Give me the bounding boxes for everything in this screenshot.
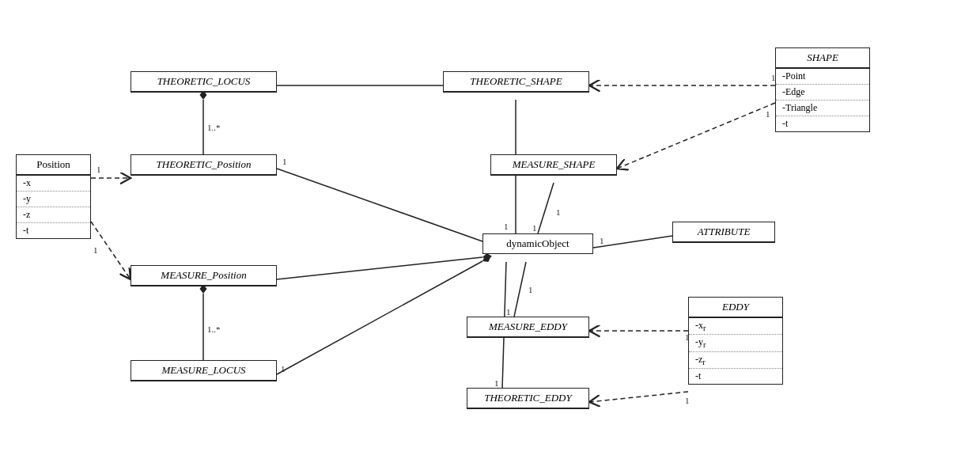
svg-line-8	[91, 222, 131, 279]
measure-position-label: MEASURE_Position	[131, 266, 276, 286]
eddy-label: EDDY	[689, 298, 782, 317]
theoretic-shape-label: THEORETIC_SHAPE	[444, 72, 588, 92]
position-attr-x: -x	[17, 176, 90, 192]
diagram-container: 1..* 1..* 1 1 1 1 1 1 1 1 1 1 1	[0, 0, 980, 459]
svg-text:1..*: 1..*	[207, 324, 221, 334]
shape-attr-point: -Point	[776, 69, 869, 85]
svg-text:1: 1	[281, 364, 286, 374]
svg-line-33	[277, 169, 482, 241]
svg-text:1: 1	[504, 222, 509, 231]
measure-locus-label: MEASURE_LOCUS	[131, 361, 276, 381]
svg-line-19	[514, 262, 526, 317]
svg-line-31	[617, 103, 775, 169]
attribute-box: ATTRIBUTE	[672, 222, 775, 243]
position-label: Position	[17, 155, 90, 175]
attribute-label: ATTRIBUTE	[673, 222, 774, 242]
svg-text:1: 1	[282, 157, 287, 166]
theoretic-locus-label: THEORETIC_LOCUS	[131, 72, 276, 92]
theoretic-eddy-label: THEORETIC_EDDY	[467, 389, 588, 408]
shape-attr-edge: -Edge	[776, 85, 869, 101]
svg-text:1: 1	[494, 378, 499, 388]
shape-label: SHAPE	[776, 48, 869, 68]
measure-eddy-label: MEASURE_EDDY	[467, 317, 588, 337]
dynamic-object-box: dynamicObject	[482, 233, 593, 254]
eddy-attr-zr: -zr	[689, 352, 782, 369]
svg-text:1: 1	[506, 307, 511, 317]
theoretic-locus-box: THEORETIC_LOCUS	[131, 71, 277, 93]
dynamic-object-label: dynamicObject	[483, 234, 592, 253]
position-attr-t: -t	[17, 223, 90, 238]
eddy-attr-yr: -yr	[689, 335, 782, 351]
measure-shape-label: MEASURE_SHAPE	[491, 155, 616, 175]
eddy-attr-t: -t	[689, 369, 782, 384]
position-attr-y: -y	[17, 192, 90, 207]
theoretic-shape-box: THEORETIC_SHAPE	[443, 71, 589, 93]
svg-line-36	[277, 261, 482, 374]
svg-text:1: 1	[96, 165, 101, 174]
svg-line-17	[593, 236, 672, 248]
svg-text:1: 1	[93, 245, 98, 255]
svg-text:1: 1	[528, 285, 533, 294]
theoretic-eddy-box: THEORETIC_EDDY	[467, 388, 589, 409]
theoretic-position-label: THEORETIC_Position	[131, 155, 276, 175]
measure-position-box: MEASURE_Position	[131, 265, 277, 286]
svg-text:1..*: 1..*	[207, 123, 221, 132]
measure-locus-box: MEASURE_LOCUS	[131, 360, 277, 381]
svg-text:1: 1	[556, 207, 561, 217]
measure-eddy-box: MEASURE_EDDY	[467, 317, 589, 338]
svg-line-35	[277, 257, 482, 279]
svg-text:1: 1	[685, 396, 690, 405]
shape-box: SHAPE -Point -Edge -Triangle -t	[775, 47, 870, 132]
shape-attr-triangle: -Triangle	[776, 101, 869, 116]
shape-attr-t: -t	[776, 116, 869, 131]
svg-text:1: 1	[532, 223, 537, 233]
svg-line-14	[538, 183, 554, 233]
measure-shape-box: MEASURE_SHAPE	[490, 154, 617, 176]
position-box: Position -x -y -z -t	[16, 154, 91, 239]
eddy-attr-xr: -xr	[689, 318, 782, 335]
svg-text:1: 1	[766, 109, 770, 119]
svg-text:1: 1	[600, 236, 604, 245]
position-attr-z: -z	[17, 207, 90, 223]
eddy-box: EDDY -xr -yr -zr -t	[688, 297, 783, 385]
theoretic-position-box: THEORETIC_Position	[131, 154, 277, 176]
svg-line-27	[589, 392, 688, 402]
